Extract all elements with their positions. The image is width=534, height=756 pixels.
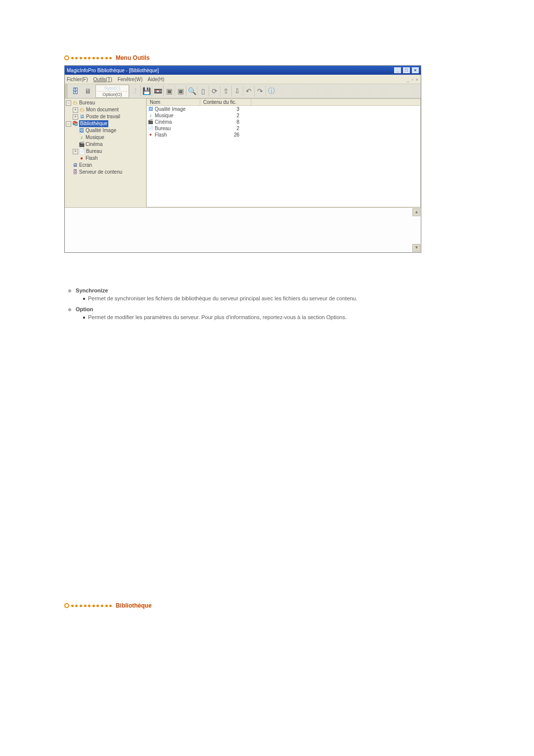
minimize-button[interactable]: _	[394, 67, 401, 73]
item-count: 8	[195, 119, 253, 125]
toolbar-icon[interactable]: 💾	[140, 86, 152, 96]
toolbar-icon[interactable]: ⤴	[129, 86, 140, 96]
menu-file[interactable]: Fichier(F)	[67, 77, 88, 82]
dropdown-option[interactable]: Option(O)	[97, 91, 128, 97]
file-list: Nom Contenu du fic. 🖼Qualité Image3♪Musi…	[146, 98, 421, 207]
item-count: 3	[195, 106, 253, 112]
section-title: Bibliothèque	[116, 602, 152, 609]
item-name: Musique	[155, 112, 174, 119]
server-icon[interactable]: 🗄	[70, 86, 81, 96]
log-pane: ▴ ▾	[65, 207, 421, 252]
menubar: Fichier(F) Outils(T) Fenêtre(W) Aide(H) …	[65, 75, 421, 84]
info-icon[interactable]: ⓘ	[266, 86, 277, 96]
tree-flash[interactable]: Flash	[86, 155, 97, 162]
col-count[interactable]: Contenu du fic.	[200, 99, 251, 105]
toolbar-icon[interactable]: ⇧	[220, 86, 231, 96]
bullet-icon	[68, 289, 71, 292]
tree-bureau2[interactable]: Bureau	[86, 148, 102, 155]
toolbar: 🗄 🖥 Sync(C) Option(O) ⤴ 💾 📼 ▣ ▣ 🔍 ▯ ⟳ ⇧ …	[65, 84, 421, 98]
toolbar-icon[interactable]: ⇩	[231, 86, 243, 96]
scroll-down-button[interactable]: ▾	[412, 244, 420, 252]
item-name: Cinéma	[155, 119, 172, 125]
item-count: 26	[195, 132, 253, 138]
tree-biblio[interactable]: Bibliothèque	[79, 120, 108, 127]
list-item[interactable]: 📄Bureau2	[147, 125, 420, 132]
doc-minimize-button[interactable]: _	[407, 77, 409, 82]
list-item[interactable]: 🎬Cinéma8	[147, 119, 420, 125]
scroll-up-button[interactable]: ▴	[412, 208, 420, 216]
dropdown-sync[interactable]: Sync(C)	[97, 85, 128, 91]
maximize-button[interactable]: □	[403, 67, 410, 73]
tree-cinema[interactable]: Cinéma	[86, 141, 102, 148]
file-type-icon: ●	[148, 132, 153, 138]
window-title: MagicInfoPro Bibliothèque - [Bibliothèqu…	[67, 68, 159, 73]
explanations: Synchronize Permet de synchroniser les f…	[64, 287, 494, 320]
tools-dropdown[interactable]: Sync(C) Option(O)	[95, 85, 129, 98]
file-type-icon: 🖼	[148, 106, 153, 112]
item-count: 2	[195, 112, 253, 119]
section-title: Menu Outils	[116, 54, 150, 61]
expl-synchronize: Synchronize Permet de synchroniser les f…	[68, 287, 494, 301]
folder-tree[interactable]: -🗀Bureau +🗀Mon document +🖥Poste de trava…	[65, 98, 146, 207]
tree-ecran[interactable]: Ecran	[79, 162, 92, 169]
toolbar-icon[interactable]: ▣	[163, 86, 175, 96]
workarea: -🗀Bureau +🗀Mon document +🖥Poste de trava…	[65, 98, 421, 207]
redo-icon[interactable]: ↷	[254, 86, 266, 96]
bullet-icon	[64, 603, 69, 608]
menu-window[interactable]: Fenêtre(W)	[118, 77, 143, 82]
item-name: Bureau	[155, 125, 171, 132]
file-type-icon: 🎬	[148, 119, 153, 125]
section-header-bibliotheque: Bibliothèque	[64, 602, 494, 609]
undo-icon[interactable]: ↶	[243, 86, 254, 96]
menu-tools[interactable]: Outils(T)	[93, 77, 112, 82]
desc-synchronize: Permet de synchroniser les fichiers de b…	[83, 295, 439, 301]
tree-bureau[interactable]: Bureau	[79, 99, 95, 106]
desc-option: Permet de modifier les paramètres du ser…	[83, 314, 439, 320]
close-button[interactable]: ×	[412, 67, 419, 73]
list-header[interactable]: Nom Contenu du fic.	[147, 99, 420, 106]
list-item[interactable]: ●Flash26	[147, 132, 420, 138]
menu-help[interactable]: Aide(H)	[147, 77, 164, 82]
tree-mondoc[interactable]: Mon document	[86, 106, 119, 113]
list-item[interactable]: 🖼Qualité Image3	[147, 106, 420, 112]
tree-serveur[interactable]: Serveur de contenu	[79, 169, 122, 176]
tree-qi[interactable]: Qualité Image	[86, 127, 116, 134]
tree-musique[interactable]: Musique	[86, 134, 104, 141]
toolbar-icon[interactable]: ▯	[197, 86, 209, 96]
bullet-icon	[64, 55, 69, 60]
col-name[interactable]: Nom	[147, 99, 200, 105]
app-window: MagicInfoPro Bibliothèque - [Bibliothèqu…	[64, 65, 421, 253]
titlebar: MagicInfoPro Bibliothèque - [Bibliothèqu…	[65, 66, 421, 75]
search-icon[interactable]: 🔍	[186, 86, 197, 96]
file-type-icon: ♪	[148, 112, 153, 119]
monitor-icon[interactable]: 🖥	[83, 86, 93, 96]
file-type-icon: 📄	[148, 125, 153, 132]
refresh-icon[interactable]: ⟳	[209, 86, 220, 96]
doc-controls: _ ▫ ×	[406, 77, 419, 82]
expl-option: Option Permet de modifier les paramètres…	[68, 306, 494, 320]
doc-close-button[interactable]: ×	[416, 77, 418, 82]
term-option: Option	[76, 306, 93, 312]
bullet-icon	[68, 308, 71, 311]
item-count: 2	[195, 125, 253, 132]
item-name: Qualité Image	[155, 106, 185, 112]
window-controls: _ □ ×	[394, 67, 419, 73]
toolbar-icon[interactable]: ▣	[175, 86, 186, 96]
term-synchronize: Synchronize	[76, 287, 108, 293]
doc-restore-button[interactable]: ▫	[412, 77, 413, 82]
list-item[interactable]: ♪Musique2	[147, 112, 420, 119]
section-header-menu-outils: Menu Outils	[64, 54, 494, 61]
tree-poste[interactable]: Poste de travail	[86, 113, 120, 120]
toolbar-icon[interactable]: 📼	[152, 86, 163, 96]
item-name: Flash	[155, 132, 167, 138]
